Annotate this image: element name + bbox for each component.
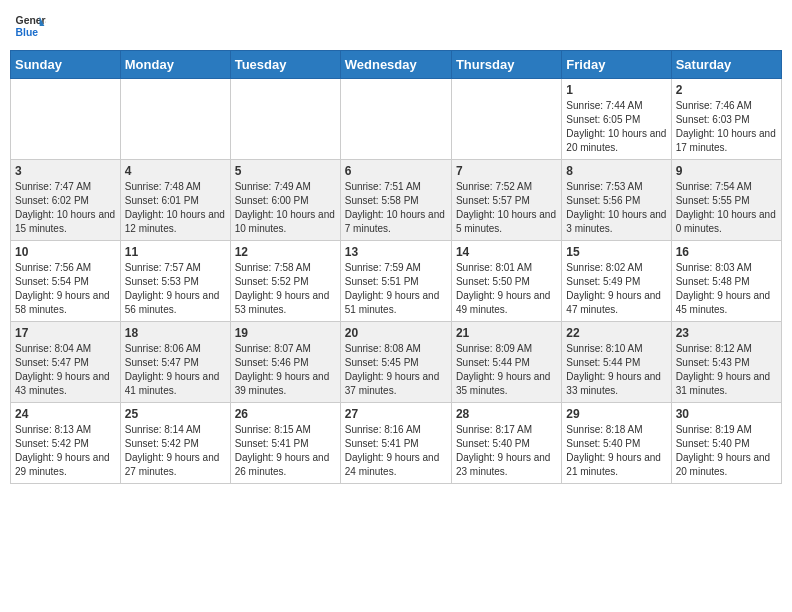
cell-info: Sunrise: 7:58 AM Sunset: 5:52 PM Dayligh… (235, 261, 336, 317)
calendar-cell: 28Sunrise: 8:17 AM Sunset: 5:40 PM Dayli… (451, 403, 561, 484)
calendar-cell: 22Sunrise: 8:10 AM Sunset: 5:44 PM Dayli… (562, 322, 671, 403)
day-number: 18 (125, 326, 226, 340)
cell-info: Sunrise: 8:06 AM Sunset: 5:47 PM Dayligh… (125, 342, 226, 398)
cell-info: Sunrise: 7:46 AM Sunset: 6:03 PM Dayligh… (676, 99, 777, 155)
calendar-cell: 29Sunrise: 8:18 AM Sunset: 5:40 PM Dayli… (562, 403, 671, 484)
calendar-week-row: 17Sunrise: 8:04 AM Sunset: 5:47 PM Dayli… (11, 322, 782, 403)
calendar-cell: 6Sunrise: 7:51 AM Sunset: 5:58 PM Daylig… (340, 160, 451, 241)
cell-info: Sunrise: 8:18 AM Sunset: 5:40 PM Dayligh… (566, 423, 666, 479)
calendar-week-row: 3Sunrise: 7:47 AM Sunset: 6:02 PM Daylig… (11, 160, 782, 241)
day-number: 9 (676, 164, 777, 178)
calendar-cell: 21Sunrise: 8:09 AM Sunset: 5:44 PM Dayli… (451, 322, 561, 403)
cell-info: Sunrise: 7:56 AM Sunset: 5:54 PM Dayligh… (15, 261, 116, 317)
cell-info: Sunrise: 8:19 AM Sunset: 5:40 PM Dayligh… (676, 423, 777, 479)
calendar-cell: 30Sunrise: 8:19 AM Sunset: 5:40 PM Dayli… (671, 403, 781, 484)
logo-icon: General Blue (14, 10, 46, 42)
day-header-saturday: Saturday (671, 51, 781, 79)
day-number: 15 (566, 245, 666, 259)
day-number: 3 (15, 164, 116, 178)
calendar-cell (230, 79, 340, 160)
day-number: 17 (15, 326, 116, 340)
day-number: 6 (345, 164, 447, 178)
cell-info: Sunrise: 7:53 AM Sunset: 5:56 PM Dayligh… (566, 180, 666, 236)
calendar-cell: 8Sunrise: 7:53 AM Sunset: 5:56 PM Daylig… (562, 160, 671, 241)
day-number: 12 (235, 245, 336, 259)
cell-info: Sunrise: 7:59 AM Sunset: 5:51 PM Dayligh… (345, 261, 447, 317)
day-header-thursday: Thursday (451, 51, 561, 79)
calendar-cell: 5Sunrise: 7:49 AM Sunset: 6:00 PM Daylig… (230, 160, 340, 241)
calendar-cell: 27Sunrise: 8:16 AM Sunset: 5:41 PM Dayli… (340, 403, 451, 484)
cell-info: Sunrise: 8:14 AM Sunset: 5:42 PM Dayligh… (125, 423, 226, 479)
day-number: 19 (235, 326, 336, 340)
calendar-cell: 26Sunrise: 8:15 AM Sunset: 5:41 PM Dayli… (230, 403, 340, 484)
cell-info: Sunrise: 7:54 AM Sunset: 5:55 PM Dayligh… (676, 180, 777, 236)
cell-info: Sunrise: 8:10 AM Sunset: 5:44 PM Dayligh… (566, 342, 666, 398)
cell-info: Sunrise: 7:47 AM Sunset: 6:02 PM Dayligh… (15, 180, 116, 236)
day-number: 21 (456, 326, 557, 340)
svg-text:Blue: Blue (16, 27, 39, 38)
day-number: 29 (566, 407, 666, 421)
calendar-week-row: 10Sunrise: 7:56 AM Sunset: 5:54 PM Dayli… (11, 241, 782, 322)
day-number: 10 (15, 245, 116, 259)
calendar-cell: 13Sunrise: 7:59 AM Sunset: 5:51 PM Dayli… (340, 241, 451, 322)
cell-info: Sunrise: 7:57 AM Sunset: 5:53 PM Dayligh… (125, 261, 226, 317)
day-number: 11 (125, 245, 226, 259)
day-number: 23 (676, 326, 777, 340)
day-number: 27 (345, 407, 447, 421)
calendar-cell: 18Sunrise: 8:06 AM Sunset: 5:47 PM Dayli… (120, 322, 230, 403)
cell-info: Sunrise: 8:09 AM Sunset: 5:44 PM Dayligh… (456, 342, 557, 398)
calendar-cell (120, 79, 230, 160)
day-number: 2 (676, 83, 777, 97)
calendar-cell: 1Sunrise: 7:44 AM Sunset: 6:05 PM Daylig… (562, 79, 671, 160)
calendar-cell: 14Sunrise: 8:01 AM Sunset: 5:50 PM Dayli… (451, 241, 561, 322)
calendar-cell: 25Sunrise: 8:14 AM Sunset: 5:42 PM Dayli… (120, 403, 230, 484)
calendar-cell: 19Sunrise: 8:07 AM Sunset: 5:46 PM Dayli… (230, 322, 340, 403)
day-number: 7 (456, 164, 557, 178)
calendar-cell: 4Sunrise: 7:48 AM Sunset: 6:01 PM Daylig… (120, 160, 230, 241)
day-number: 26 (235, 407, 336, 421)
calendar-cell: 7Sunrise: 7:52 AM Sunset: 5:57 PM Daylig… (451, 160, 561, 241)
day-number: 13 (345, 245, 447, 259)
cell-info: Sunrise: 8:17 AM Sunset: 5:40 PM Dayligh… (456, 423, 557, 479)
cell-info: Sunrise: 7:44 AM Sunset: 6:05 PM Dayligh… (566, 99, 666, 155)
cell-info: Sunrise: 7:52 AM Sunset: 5:57 PM Dayligh… (456, 180, 557, 236)
day-number: 28 (456, 407, 557, 421)
calendar-cell (11, 79, 121, 160)
calendar-cell: 23Sunrise: 8:12 AM Sunset: 5:43 PM Dayli… (671, 322, 781, 403)
day-number: 20 (345, 326, 447, 340)
calendar-table: SundayMondayTuesdayWednesdayThursdayFrid… (10, 50, 782, 484)
cell-info: Sunrise: 8:07 AM Sunset: 5:46 PM Dayligh… (235, 342, 336, 398)
cell-info: Sunrise: 8:15 AM Sunset: 5:41 PM Dayligh… (235, 423, 336, 479)
day-header-friday: Friday (562, 51, 671, 79)
calendar-cell: 10Sunrise: 7:56 AM Sunset: 5:54 PM Dayli… (11, 241, 121, 322)
day-number: 22 (566, 326, 666, 340)
cell-info: Sunrise: 7:48 AM Sunset: 6:01 PM Dayligh… (125, 180, 226, 236)
cell-info: Sunrise: 8:03 AM Sunset: 5:48 PM Dayligh… (676, 261, 777, 317)
day-number: 30 (676, 407, 777, 421)
calendar-cell: 17Sunrise: 8:04 AM Sunset: 5:47 PM Dayli… (11, 322, 121, 403)
calendar-cell (451, 79, 561, 160)
calendar-cell: 3Sunrise: 7:47 AM Sunset: 6:02 PM Daylig… (11, 160, 121, 241)
day-number: 5 (235, 164, 336, 178)
cell-info: Sunrise: 8:12 AM Sunset: 5:43 PM Dayligh… (676, 342, 777, 398)
calendar-cell: 15Sunrise: 8:02 AM Sunset: 5:49 PM Dayli… (562, 241, 671, 322)
calendar-cell (340, 79, 451, 160)
calendar-header-row: SundayMondayTuesdayWednesdayThursdayFrid… (11, 51, 782, 79)
cell-info: Sunrise: 8:01 AM Sunset: 5:50 PM Dayligh… (456, 261, 557, 317)
logo: General Blue (14, 10, 46, 42)
calendar-cell: 9Sunrise: 7:54 AM Sunset: 5:55 PM Daylig… (671, 160, 781, 241)
day-number: 24 (15, 407, 116, 421)
cell-info: Sunrise: 8:08 AM Sunset: 5:45 PM Dayligh… (345, 342, 447, 398)
cell-info: Sunrise: 8:04 AM Sunset: 5:47 PM Dayligh… (15, 342, 116, 398)
day-number: 1 (566, 83, 666, 97)
cell-info: Sunrise: 8:13 AM Sunset: 5:42 PM Dayligh… (15, 423, 116, 479)
day-number: 8 (566, 164, 666, 178)
day-header-tuesday: Tuesday (230, 51, 340, 79)
day-number: 4 (125, 164, 226, 178)
day-header-wednesday: Wednesday (340, 51, 451, 79)
calendar-cell: 12Sunrise: 7:58 AM Sunset: 5:52 PM Dayli… (230, 241, 340, 322)
day-number: 14 (456, 245, 557, 259)
page-header: General Blue (10, 10, 782, 42)
calendar-week-row: 1Sunrise: 7:44 AM Sunset: 6:05 PM Daylig… (11, 79, 782, 160)
calendar-cell: 11Sunrise: 7:57 AM Sunset: 5:53 PM Dayli… (120, 241, 230, 322)
